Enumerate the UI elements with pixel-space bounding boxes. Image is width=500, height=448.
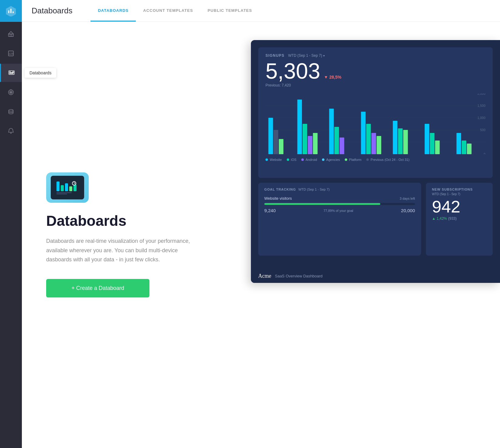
goal-progress-bar (264, 203, 415, 205)
sidebar-item-alerts[interactable] (0, 122, 22, 140)
datasources-icon (8, 108, 14, 115)
sidebar-item-databoards[interactable]: Databoards (0, 64, 22, 82)
svg-rect-43 (361, 112, 365, 154)
svg-rect-49 (403, 130, 408, 154)
svg-rect-4 (9, 34, 14, 36)
legend-platform: Platform (345, 158, 361, 161)
svg-rect-44 (366, 124, 371, 154)
subs-label: NEW SUBSCRIPTIONS (432, 188, 487, 191)
sidebar-item-home[interactable] (0, 25, 22, 43)
brand-logo: Acme (258, 273, 271, 279)
svg-rect-53 (457, 133, 461, 154)
signups-previous: Previous: 7,420 (265, 83, 485, 87)
legend-android: Android (301, 158, 317, 161)
svg-rect-54 (462, 141, 466, 154)
preview-panel: SIGNUPS WTD (Sep 1 - Sep 7) ▾ 5,303 ▼ 28… (228, 22, 500, 448)
svg-rect-48 (398, 128, 402, 154)
svg-rect-38 (308, 136, 312, 154)
svg-rect-52 (435, 141, 440, 154)
svg-rect-17 (57, 182, 60, 191)
svg-rect-33 (269, 118, 273, 154)
app-logo[interactable] (0, 0, 22, 22)
svg-rect-36 (297, 100, 302, 154)
svg-rect-39 (313, 133, 317, 154)
svg-rect-18 (61, 185, 64, 191)
databoards-icon (8, 70, 15, 76)
svg-text:1,000: 1,000 (478, 116, 485, 120)
svg-rect-2 (10, 9, 12, 13)
svg-rect-21 (74, 185, 77, 191)
svg-rect-45 (372, 133, 376, 154)
svg-rect-42 (340, 137, 344, 154)
chart-legend: Website iOS Android (265, 158, 485, 161)
signups-period: WTD (Sep 1 - Sep 7) ▾ (288, 53, 325, 58)
home-icon (8, 31, 14, 37)
svg-rect-20 (69, 186, 72, 191)
new-subscriptions-widget: NEW SUBSCRIPTIONS WTD (Sep 1 - Sep 7) 94… (426, 183, 493, 256)
svg-rect-37 (303, 124, 307, 154)
alerts-icon (8, 128, 14, 134)
goal-label: GOAL TRACKING (264, 188, 296, 191)
page-title: Databoards (32, 6, 72, 15)
svg-text:500: 500 (480, 128, 485, 132)
svg-text:0: 0 (484, 152, 485, 154)
subs-period: WTD (Sep 1 - Sep 7) (432, 192, 487, 196)
reports-icon: 123 (8, 50, 14, 57)
svg-rect-41 (334, 127, 339, 154)
svg-text:123: 123 (9, 52, 13, 55)
content-area: Databoards Databoards are real-time visu… (22, 22, 500, 448)
goal-pct: 77,89% of your goal (324, 209, 353, 212)
hero-section: Databoards Databoards are real-time visu… (22, 22, 228, 448)
svg-rect-40 (329, 109, 334, 154)
signups-widget: SIGNUPS WTD (Sep 1 - Sep 7) ▾ 5,303 ▼ 28… (258, 47, 493, 178)
sidebar-item-goals[interactable] (0, 83, 22, 101)
hero-title: Databoards (46, 212, 204, 229)
svg-rect-51 (430, 133, 434, 154)
svg-rect-3 (12, 12, 14, 13)
subs-change: ▲ 1,42% (933) (432, 216, 487, 221)
legend-website: Website (265, 158, 282, 161)
hero-description: Databoards are real-time visualization o… (46, 236, 198, 264)
svg-rect-34 (274, 130, 278, 154)
subs-value: 942 (432, 198, 487, 215)
databoard-icon (46, 172, 89, 203)
svg-rect-50 (425, 124, 429, 154)
svg-rect-35 (279, 139, 283, 154)
legend-previous: Previous (Oct 24 - Oct 31) (366, 158, 409, 161)
create-databoard-button[interactable]: + Create a Databoard (46, 279, 149, 297)
goal-days-left: 3 days left (400, 197, 415, 200)
svg-rect-25 (57, 192, 72, 193)
svg-rect-9 (11, 72, 12, 74)
tab-databoards[interactable]: DATABOARDS (91, 0, 136, 22)
tab-public-templates[interactable]: PUBLIC TEMPLATES (200, 0, 259, 22)
sidebar-nav: 123 Databoards (0, 22, 22, 140)
goal-tracking-widget: GOAL TRACKING WTD (Sep 1 - Sep 7) Websit… (258, 183, 421, 256)
svg-rect-19 (65, 183, 68, 191)
svg-text:1,500: 1,500 (478, 104, 485, 107)
goal-progress-fill (264, 203, 380, 205)
dashboard-preview: SIGNUPS WTD (Sep 1 - Sep 7) ▾ 5,303 ▼ 28… (251, 40, 500, 283)
sidebar-item-reports[interactable]: 123 (0, 44, 22, 63)
sidebar-item-datasources[interactable] (0, 103, 22, 121)
svg-point-14 (10, 92, 12, 93)
svg-rect-46 (377, 136, 381, 154)
svg-point-16 (9, 110, 13, 111)
header: Databoards DATABOARDS ACCOUNT TEMPLATES … (22, 0, 500, 22)
tab-account-templates[interactable]: ACCOUNT TEMPLATES (136, 0, 200, 22)
legend-agencies: Agencies (322, 158, 340, 161)
signups-value: 5,303 (265, 60, 320, 82)
goals-icon (8, 89, 14, 96)
preview-footer: Acme SaaS Overview Dashboard (251, 269, 500, 283)
goal-period: WTD (Sep 1 - Sep 7) (298, 188, 330, 191)
signups-label: SIGNUPS (265, 53, 284, 58)
bottom-widgets: GOAL TRACKING WTD (Sep 1 - Sep 7) Websit… (258, 183, 493, 256)
legend-ios: iOS (287, 158, 296, 161)
chart-area: 2,000 1,500 1,000 500 0 Sep 1 2 3 4 5 (265, 93, 485, 166)
svg-text:2,000: 2,000 (478, 93, 485, 95)
svg-point-11 (12, 71, 14, 73)
svg-rect-8 (9, 71, 10, 73)
svg-rect-26 (57, 194, 67, 194)
tab-bar: DATABOARDS ACCOUNT TEMPLATES PUBLIC TEMP… (91, 0, 259, 22)
main-content: Databoards DATABOARDS ACCOUNT TEMPLATES … (22, 0, 500, 448)
svg-rect-1 (8, 10, 9, 13)
